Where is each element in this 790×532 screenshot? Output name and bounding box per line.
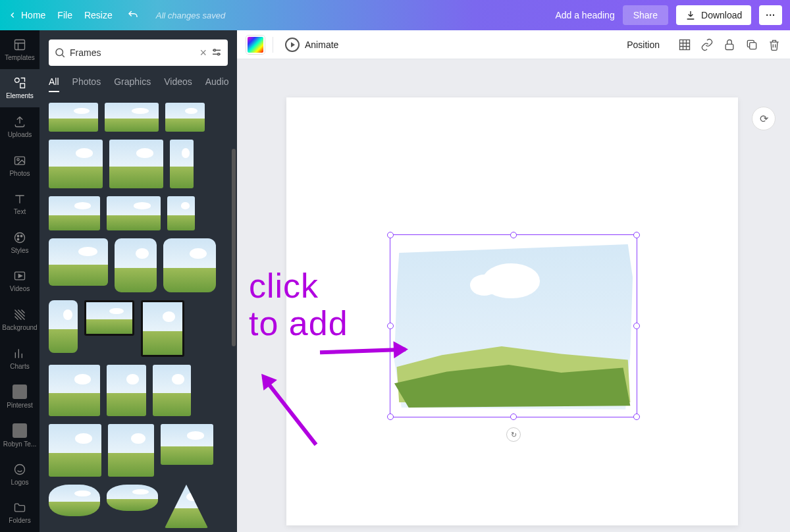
divider	[273, 37, 273, 53]
filter-icon[interactable]	[211, 47, 223, 59]
rail-elements-label: Elements	[6, 92, 34, 99]
share-button[interactable]: Share	[623, 5, 668, 25]
folders-icon	[13, 501, 26, 514]
rail-logos[interactable]: Logos	[0, 455, 40, 494]
charts-icon	[13, 347, 26, 360]
rail-folders[interactable]: Folders	[0, 493, 40, 532]
frame-thumb[interactable]	[163, 238, 216, 292]
rail-videos[interactable]: Videos	[0, 262, 40, 301]
frame-thumb[interactable]	[49, 424, 101, 477]
panel-tabs: All Photos Graphics Videos Audio	[40, 72, 237, 97]
pinterest-icon	[13, 385, 27, 399]
canvas-toolbar: Animate Position	[237, 30, 790, 59]
rail-background[interactable]: Background	[0, 300, 40, 339]
rail-uploads[interactable]: Uploads	[0, 107, 40, 146]
zoom-button[interactable]: ⟳	[752, 107, 776, 130]
frame-thumb[interactable]	[84, 300, 134, 336]
rail-pinterest[interactable]: Pinterest	[0, 377, 40, 416]
frame-thumb[interactable]	[153, 365, 191, 416]
undo-icon[interactable]	[127, 9, 139, 21]
frame-thumb[interactable]	[49, 238, 108, 286]
add-heading-button[interactable]: Add a heading	[555, 10, 614, 20]
frame-thumb[interactable]	[49, 196, 100, 230]
tab-audio[interactable]: Audio	[205, 72, 229, 92]
rail-robyn[interactable]: Robyn Te...	[0, 416, 40, 455]
home-label: Home	[21, 10, 45, 20]
frame-thumb[interactable]	[109, 140, 163, 188]
lock-icon[interactable]	[723, 38, 736, 51]
resize-handle-bm[interactable]	[510, 413, 517, 420]
frame-thumb[interactable]	[49, 103, 98, 132]
rail-text[interactable]: Text	[0, 184, 40, 223]
color-picker-button[interactable]	[246, 36, 265, 54]
uploads-icon	[13, 115, 26, 128]
text-icon	[13, 192, 26, 205]
rail-photos-label: Photos	[9, 170, 30, 177]
frame-thumb[interactable]	[49, 365, 100, 416]
frame-thumb[interactable]	[165, 103, 205, 132]
frame-thumb[interactable]	[107, 365, 146, 416]
search-clear-button[interactable]: ×	[199, 47, 207, 59]
resize-handle-tr[interactable]	[633, 232, 640, 238]
svg-point-8	[17, 238, 19, 240]
rail-styles[interactable]: Styles	[0, 223, 40, 262]
frame-thumb[interactable]	[115, 238, 157, 292]
main-layout: Templates Elements Uploads Photos Text S…	[0, 30, 790, 532]
svg-point-6	[17, 235, 19, 237]
frame-thumb[interactable]	[49, 300, 78, 353]
animate-label: Animate	[305, 40, 338, 50]
frame-thumb[interactable]	[49, 140, 103, 188]
frame-thumb[interactable]	[105, 103, 159, 132]
frame-thumb[interactable]	[170, 140, 194, 188]
frame-thumb[interactable]	[108, 424, 154, 477]
rail-charts[interactable]: Charts	[0, 339, 40, 378]
transparency-icon[interactable]	[678, 38, 691, 51]
animate-button[interactable]: Animate	[281, 35, 342, 55]
rail-elements[interactable]: Elements	[0, 69, 40, 108]
duplicate-icon[interactable]	[745, 38, 758, 51]
tab-graphics[interactable]: Graphics	[114, 72, 151, 92]
rail-robyn-label: Robyn Te...	[3, 440, 36, 448]
rail-photos[interactable]: Photos	[0, 146, 40, 185]
svg-rect-3	[15, 157, 25, 165]
resize-handle-br[interactable]	[633, 413, 640, 420]
svg-point-13	[218, 53, 220, 55]
frame-thumb[interactable]	[49, 485, 100, 516]
trash-icon[interactable]	[768, 38, 781, 51]
resize-handle-tl[interactable]	[387, 232, 394, 238]
svg-point-11	[56, 49, 63, 56]
resize-handle-tm[interactable]	[510, 232, 517, 238]
frame-thumb[interactable]	[141, 300, 184, 357]
resize-handle-ml[interactable]	[387, 323, 394, 329]
photos-icon	[13, 154, 26, 167]
search-input[interactable]	[70, 47, 196, 58]
selected-frame[interactable]: ↻	[390, 234, 637, 417]
rail-background-label: Background	[2, 324, 37, 331]
styles-icon	[13, 231, 26, 244]
resize-handle-bl[interactable]	[387, 413, 394, 420]
frames-grid[interactable]	[40, 97, 237, 532]
tab-videos[interactable]: Videos	[164, 72, 192, 92]
link-icon[interactable]	[700, 38, 714, 51]
home-button[interactable]: Home	[8, 10, 45, 20]
resize-menu[interactable]: Resize	[84, 10, 113, 20]
position-button[interactable]: Position	[627, 40, 660, 50]
frame-thumb[interactable]	[165, 485, 208, 528]
panel-scrollbar[interactable]	[232, 149, 236, 346]
download-button[interactable]: Download	[676, 5, 751, 25]
rotate-handle[interactable]: ↻	[506, 427, 521, 442]
elements-panel: × All Photos Graphics Videos Audio	[40, 30, 237, 532]
resize-handle-mr[interactable]	[633, 323, 640, 329]
tab-photos[interactable]: Photos	[72, 72, 101, 92]
rail-templates[interactable]: Templates	[0, 30, 40, 69]
play-icon	[285, 38, 300, 52]
frame-thumb[interactable]	[167, 196, 195, 230]
more-menu-button[interactable]: ···	[759, 5, 782, 25]
frame-thumb[interactable]	[107, 485, 158, 511]
frame-thumb[interactable]	[161, 424, 213, 465]
download-label: Download	[701, 10, 742, 20]
canvas-stage[interactable]: ↻ click to add ⟳	[237, 59, 790, 532]
tab-all[interactable]: All	[49, 72, 59, 92]
file-menu[interactable]: File	[57, 10, 72, 20]
frame-thumb[interactable]	[107, 196, 161, 230]
